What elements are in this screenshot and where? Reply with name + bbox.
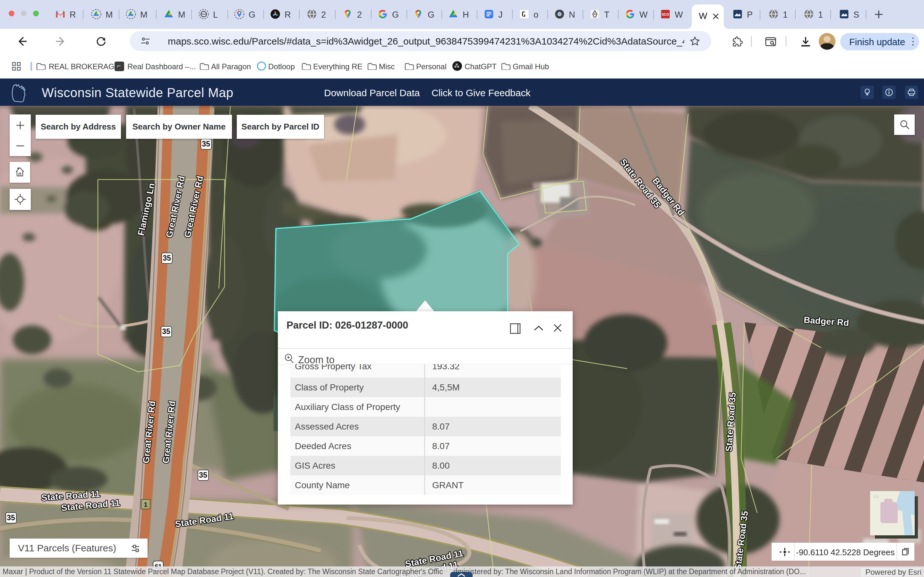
svg-text:35: 35 xyxy=(7,514,15,522)
svg-text:35: 35 xyxy=(162,327,170,335)
svg-text:35: 35 xyxy=(202,140,210,148)
svg-text:1: 1 xyxy=(144,501,148,508)
svg-text:35: 35 xyxy=(163,254,171,262)
svg-text:35: 35 xyxy=(199,471,207,479)
svg-text:SCO: SCO xyxy=(662,13,669,16)
